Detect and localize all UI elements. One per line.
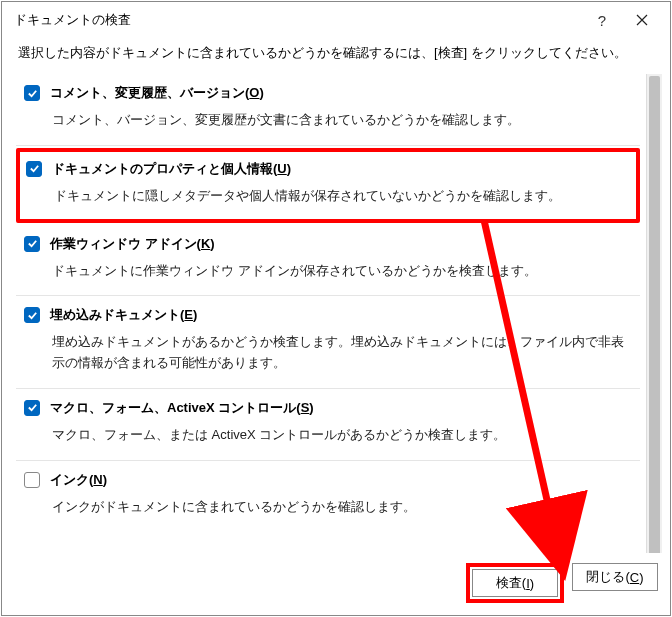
item-description: マクロ、フォーム、または ActiveX コントロールがあるかどうか検査します。: [52, 425, 632, 446]
dialog-footer: 検査(I) 閉じる(C): [2, 553, 670, 615]
close-button[interactable]: 閉じる(C): [572, 563, 658, 591]
item-header: 埋め込みドキュメント(E): [24, 306, 632, 324]
inspection-item: コメント、変更履歴、バージョン(O) コメント、バージョン、変更履歴が文書に含ま…: [16, 74, 640, 146]
item-description: ドキュメントに作業ウィンドウ アドインが保存されているかどうかを検査します。: [52, 261, 632, 282]
inspect-button-highlight: 検査(I): [466, 563, 564, 603]
document-inspector-dialog: ドキュメントの検査 ? 選択した内容がドキュメントに含まれているかどうかを確認す…: [1, 1, 671, 616]
item-description: ドキュメントに隠しメタデータや個人情報が保存されていないかどうかを確認します。: [54, 186, 630, 207]
inspection-items-list: コメント、変更履歴、バージョン(O) コメント、バージョン、変更履歴が文書に含ま…: [16, 74, 646, 553]
item-title: マクロ、フォーム、ActiveX コントロール(S): [50, 399, 314, 417]
titlebar: ドキュメントの検査 ?: [2, 2, 670, 38]
item-checkbox[interactable]: [24, 85, 40, 101]
inspection-item: インク(N) インクがドキュメントに含まれているかどうかを確認します。: [16, 461, 640, 532]
help-button[interactable]: ?: [582, 5, 622, 35]
item-checkbox[interactable]: [24, 400, 40, 416]
item-header: 作業ウィンドウ アドイン(K): [24, 235, 632, 253]
item-header: インク(N): [24, 471, 632, 489]
inspection-item: 作業ウィンドウ アドイン(K) ドキュメントに作業ウィンドウ アドインが保存され…: [16, 225, 640, 297]
item-title: インク(N): [50, 471, 107, 489]
inspection-item: 埋め込みドキュメント(E) 埋め込みドキュメントがあるかどうか検査します。埋め込…: [16, 296, 640, 389]
item-checkbox[interactable]: [26, 161, 42, 177]
instruction-text: 選択した内容がドキュメントに含まれているかどうかを確認するには、[検査] をクリ…: [2, 38, 670, 74]
scrollbar-thumb[interactable]: [649, 76, 660, 553]
item-header: コメント、変更履歴、バージョン(O): [24, 84, 632, 102]
item-checkbox[interactable]: [24, 236, 40, 252]
dialog-title: ドキュメントの検査: [14, 11, 582, 29]
item-checkbox[interactable]: [24, 307, 40, 323]
inspection-item: マクロ、フォーム、ActiveX コントロール(S) マクロ、フォーム、または …: [16, 389, 640, 461]
inspection-item: ドキュメントのプロパティと個人情報(U) ドキュメントに隠しメタデータや個人情報…: [16, 148, 640, 223]
item-header: マクロ、フォーム、ActiveX コントロール(S): [24, 399, 632, 417]
close-icon[interactable]: [622, 5, 662, 35]
inspect-button[interactable]: 検査(I): [472, 569, 558, 597]
item-header: ドキュメントのプロパティと個人情報(U): [26, 160, 630, 178]
item-description: インクがドキュメントに含まれているかどうかを確認します。: [52, 497, 632, 518]
content-area: コメント、変更履歴、バージョン(O) コメント、バージョン、変更履歴が文書に含ま…: [2, 74, 670, 553]
item-title: ドキュメントのプロパティと個人情報(U): [52, 160, 291, 178]
item-description: 埋め込みドキュメントがあるかどうか検査します。埋め込みドキュメントには、ファイル…: [52, 332, 632, 374]
item-description: コメント、バージョン、変更履歴が文書に含まれているかどうかを確認します。: [52, 110, 632, 131]
item-checkbox[interactable]: [24, 472, 40, 488]
scrollbar[interactable]: [646, 74, 662, 553]
item-title: 埋め込みドキュメント(E): [50, 306, 197, 324]
item-title: コメント、変更履歴、バージョン(O): [50, 84, 264, 102]
item-title: 作業ウィンドウ アドイン(K): [50, 235, 215, 253]
